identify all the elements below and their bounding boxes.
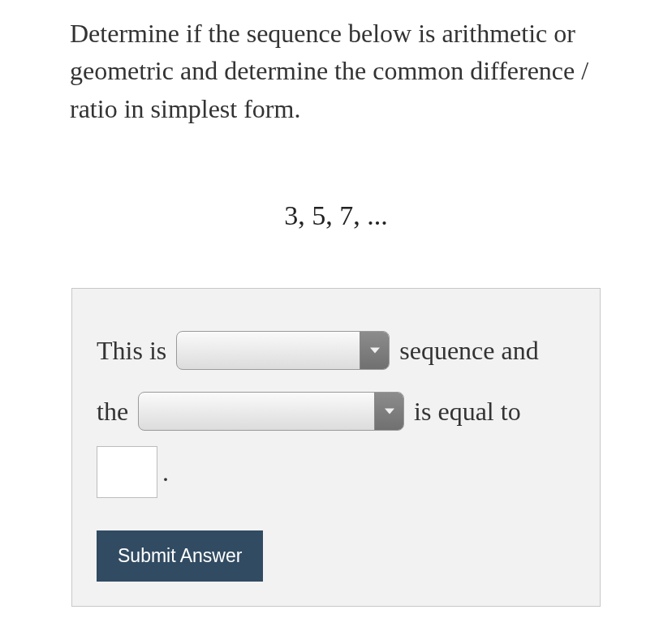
svg-marker-0	[370, 348, 380, 354]
answer-box: This is sequence and the is equal to	[71, 288, 601, 607]
question-text: Determine if the sequence below is arith…	[24, 0, 648, 127]
value-input[interactable]	[97, 446, 157, 498]
chevron-down-icon	[374, 393, 403, 430]
sequence-display: 3, 5, 7, ...	[24, 200, 648, 231]
svg-marker-1	[385, 408, 394, 414]
difference-ratio-dropdown[interactable]	[138, 392, 404, 431]
answer-prose: This is sequence and the is equal to	[97, 325, 575, 498]
text-is-equal-to: is equal to	[414, 386, 521, 436]
problem-card: Determine if the sequence below is arith…	[0, 0, 672, 627]
text-the: the	[97, 386, 128, 436]
sequence-type-dropdown[interactable]	[176, 331, 390, 370]
text-this-is: This is	[97, 325, 166, 376]
text-sequence-and: sequence and	[399, 325, 538, 376]
card-inner: Determine if the sequence below is arith…	[0, 0, 672, 607]
dropdown-value-2	[139, 393, 374, 430]
text-period: .	[162, 447, 169, 497]
dropdown-value-1	[177, 332, 360, 369]
submit-answer-button[interactable]: Submit Answer	[97, 530, 263, 582]
chevron-down-icon	[360, 332, 389, 369]
